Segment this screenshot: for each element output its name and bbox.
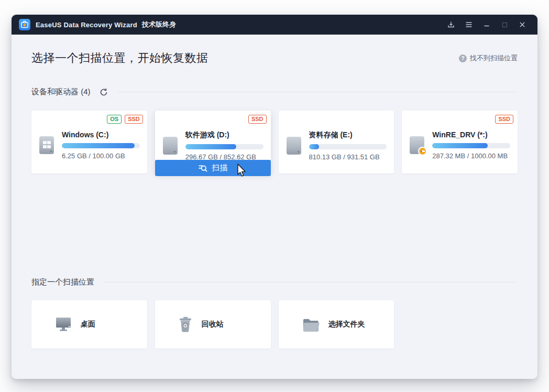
refresh-icon[interactable] [99,88,108,97]
ssd-badge: SSD [125,115,143,124]
drive-card-e[interactable]: 资料存储 (E:) 810.13 GB / 931.51 GB [279,111,394,173]
maximize-icon[interactable] [497,17,512,32]
folder-icon [302,318,320,332]
capacity-bar [432,143,510,148]
scan-search-icon [198,164,207,173]
drive-name: Windows (C:) [62,130,140,139]
divider [118,92,518,92]
recycle-bin-icon: ♻ [179,317,193,333]
drive-card-d[interactable]: SSD 软件游戏 (D:) 296.67 GB / 852.62 GB [155,111,271,173]
location-label: 选择文件夹 [328,320,365,329]
drive-icon [287,137,301,155]
help-link[interactable]: ? 找不到扫描位置 [459,53,518,63]
drive-card-windows-c[interactable]: OS SSD Windows (C:) 6.25 GB / 100.00 GB [31,111,147,173]
question-circle-icon: ? [459,55,467,62]
main-content: 选择一个扫描位置，开始恢复数据 ? 找不到扫描位置 设备和驱动器 (4) OS [12,35,537,379]
drive-card-winre[interactable]: SSD WinRE_DRV (*:) 287.32 MB / 1000.00 M… [402,111,518,173]
capacity-bar-fill [185,144,236,149]
capacity-bar [62,143,140,148]
drive-icon [163,137,178,155]
titlebar: EaseUS Data Recovery Wizard 技术版终身 [12,15,537,35]
app-window: EaseUS Data Recovery Wizard 技术版终身 [12,15,537,379]
help-link-label: 找不到扫描位置 [470,53,518,63]
minimize-icon[interactable] [479,17,495,32]
desktop-icon [55,317,72,332]
scan-button-label: 扫描 [212,163,227,173]
capacity-bar-fill [62,143,135,148]
drive-name: 软件游戏 (D:) [185,130,263,140]
app-title: EaseUS Data Recovery Wizard [36,21,137,29]
divider [104,282,518,282]
capacity-bar [309,144,387,149]
location-card-choose-folder[interactable]: 选择文件夹 [279,300,394,349]
drive-name: WinRE_DRV (*:) [432,130,510,139]
location-label: 桌面 [81,320,95,329]
page-title: 选择一个扫描位置，开始恢复数据 [31,50,208,66]
minus-badge-icon [418,147,427,156]
location-card-list: 桌面 ♻ 回收站 选择文件夹 [31,300,518,349]
capacity-bar-fill [309,144,319,149]
location-card-recycle-bin[interactable]: ♻ 回收站 [155,300,271,349]
drive-usage: 287.32 MB / 1000.00 MB [432,152,510,160]
capacity-bar [185,144,263,149]
location-label: 回收站 [202,320,224,329]
drive-card-list: OS SSD Windows (C:) 6.25 GB / 100.00 GB [31,111,518,173]
download-icon[interactable] [443,17,459,32]
svg-text:♻: ♻ [183,322,188,328]
capacity-bar-fill [432,143,488,148]
location-card-desktop[interactable]: 桌面 [31,300,147,349]
drive-name: 资料存储 (E:) [309,130,387,140]
windows-logo-icon [43,141,51,148]
close-icon[interactable] [514,17,530,32]
app-logo-icon [19,19,30,30]
drive-usage: 6.25 GB / 100.00 GB [62,152,140,160]
locations-section-label: 指定一个扫描位置 [31,277,94,287]
ssd-badge: SSD [495,115,513,124]
devices-section-label: 设备和驱动器 (4) [31,87,91,97]
drive-usage: 810.13 GB / 931.51 GB [309,153,387,161]
menu-icon[interactable] [461,17,477,32]
drive-icon [39,136,54,154]
drive-icon [410,136,424,154]
ssd-badge: SSD [248,115,267,124]
app-edition-label: 技术版终身 [142,20,176,29]
scan-button[interactable]: 扫描 [155,160,271,176]
os-badge: OS [107,115,122,124]
